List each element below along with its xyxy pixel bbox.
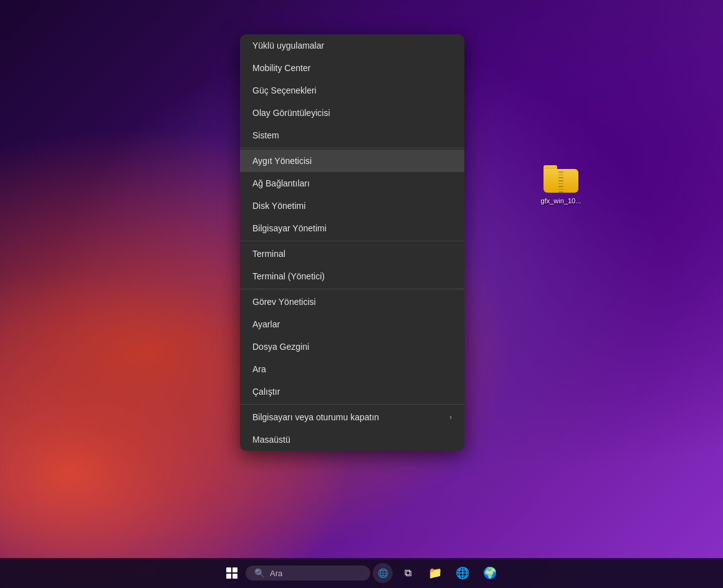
menu-item-dosya-gezgini[interactable]: Dosya Gezgini [240,335,464,358]
menu-item-bilgisayari-kapat[interactable]: Bilgisayarı veya oturumu kapatın› [240,406,464,428]
task-view-icon: ⧉ [405,567,411,579]
menu-item-ara[interactable]: Ara [240,358,464,380]
context-menu: Yüklü uygulamalarMobility CenterGüç Seçe… [240,34,464,451]
menu-item-olay-goruntleyicisi[interactable]: Olay Görüntüleyicisi [240,102,464,124]
menu-item-guc-secenekleri[interactable]: Güç Seçenekleri [240,79,464,102]
file-explorer-button[interactable]: 📁 [423,561,448,586]
search-bar-placeholder: Ara [270,569,282,578]
menu-item-calistir[interactable]: Çalıştır [240,380,464,403]
menu-item-sistem[interactable]: Sistem [240,124,464,147]
ie-button[interactable]: 🌍 [477,561,502,586]
search-companion-button[interactable]: 🌐 [373,563,393,583]
taskbar: 🔍 Ara 🌐 ⧉ 📁 🌐 🌍 [0,558,723,588]
menu-item-label-disk-yonetimi: Disk Yönetimi [252,201,305,211]
menu-item-label-calistir: Çalıştır [252,387,280,397]
menu-divider [240,241,464,241]
menu-item-mobility-center[interactable]: Mobility Center [240,57,464,79]
edge-browser-button[interactable]: 🌐 [450,561,475,586]
desktop-icon-label: gfx_win_10... [541,196,582,205]
menu-item-yuklu-uygulamalar[interactable]: Yüklü uygulamalar [240,34,464,57]
menu-item-bilgisayar-yonetimi[interactable]: Bilgisayar Yönetimi [240,217,464,239]
menu-item-disk-yonetimi[interactable]: Disk Yönetimi [240,195,464,217]
menu-divider [240,148,464,148]
menu-item-label-ara: Ara [252,364,266,374]
folder-icon [543,165,578,193]
menu-item-gorev-yoneticisi[interactable]: Görev Yöneticisi [240,291,464,313]
windows-start-button[interactable] [221,562,243,584]
desktop-icon-gfx[interactable]: gfx_win_10... [536,165,586,205]
menu-item-label-terminal-yonetici: Terminal (Yönetici) [252,271,325,281]
search-icon: 🔍 [254,568,265,578]
edge-icon: 🌐 [456,566,469,580]
menu-divider [240,404,464,405]
menu-item-label-dosya-gezgini: Dosya Gezgini [252,342,309,352]
menu-item-label-bilgisayar-yonetimi: Bilgisayar Yönetimi [252,223,327,233]
menu-item-label-yuklu-uygulamalar: Yüklü uygulamalar [252,41,324,51]
menu-item-terminal-yonetici[interactable]: Terminal (Yönetici) [240,265,464,287]
ie-icon: 🌍 [483,566,497,580]
windows-logo-icon [226,567,237,579]
menu-item-label-masaustu: Masaüstü [252,435,290,445]
task-view-button[interactable]: ⧉ [395,561,420,586]
file-explorer-icon: 📁 [428,566,442,580]
taskbar-search-bar[interactable]: 🔍 Ara [246,566,370,581]
menu-item-label-ag-baglantilari: Ağ Bağlantıları [252,178,310,188]
search-mic-icon: 🌐 [378,568,388,578]
menu-item-label-aygit-yoneticisi: Aygıt Yöneticisi [252,156,312,166]
menu-item-label-gorev-yoneticisi: Görev Yöneticisi [252,297,316,307]
menu-item-ayarlar[interactable]: Ayarlar [240,313,464,335]
menu-item-label-terminal: Terminal [252,249,285,259]
menu-item-label-bilgisayari-kapat: Bilgisayarı veya oturumu kapatın [252,412,379,422]
menu-item-label-sistem: Sistem [252,130,279,140]
menu-item-terminal[interactable]: Terminal [240,243,464,265]
menu-item-label-olay-goruntleyicisi: Olay Görüntüleyicisi [252,108,330,118]
menu-item-label-guc-secenekleri: Güç Seçenekleri [252,85,317,95]
menu-item-masaustu[interactable]: Masaüstü [240,428,464,451]
menu-item-ag-baglantilari[interactable]: Ağ Bağlantıları [240,172,464,195]
menu-item-label-ayarlar: Ayarlar [252,319,280,329]
menu-divider [240,289,464,289]
menu-item-aygit-yoneticisi[interactable]: Aygıt Yöneticisi [240,150,464,172]
menu-item-label-mobility-center: Mobility Center [252,63,310,73]
submenu-chevron-icon: › [449,413,452,422]
